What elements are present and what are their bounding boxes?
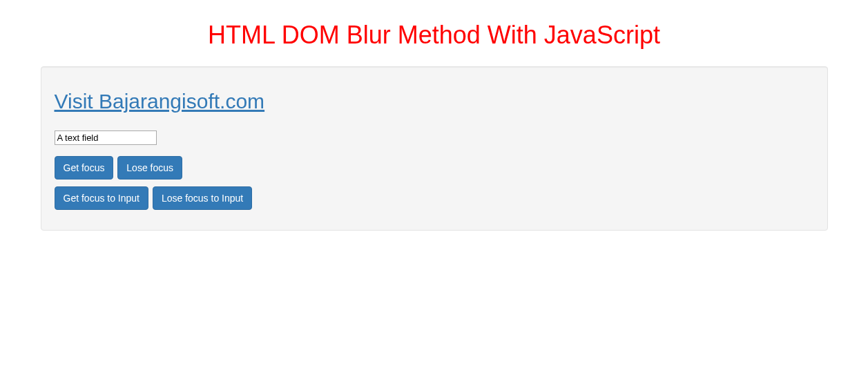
panel-heading: Visit Bajarangisoft.com xyxy=(55,87,814,117)
input-row xyxy=(55,124,814,149)
text-input[interactable] xyxy=(55,130,157,145)
get-focus-button[interactable]: Get focus xyxy=(55,156,114,180)
get-focus-input-button[interactable]: Get focus to Input xyxy=(55,186,149,210)
main-panel: Visit Bajarangisoft.com Get focus Lose f… xyxy=(41,66,828,231)
button-row-1: Get focus Lose focus xyxy=(55,156,814,180)
lose-focus-input-button[interactable]: Lose focus to Input xyxy=(153,186,252,210)
button-row-2: Get focus to Input Lose focus to Input xyxy=(55,186,814,210)
container: HTML DOM Blur Method With JavaScript Vis… xyxy=(30,17,838,231)
visit-link[interactable]: Visit Bajarangisoft.com xyxy=(55,90,265,113)
lose-focus-button[interactable]: Lose focus xyxy=(117,156,182,180)
page-title: HTML DOM Blur Method With JavaScript xyxy=(41,17,828,52)
